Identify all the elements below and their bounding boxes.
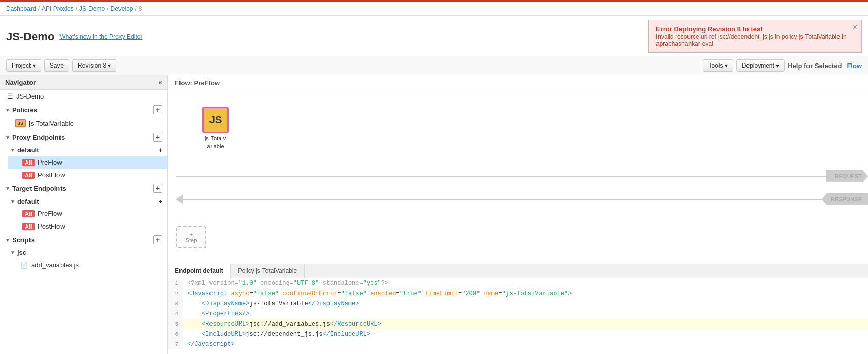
folder-icon: ☰ xyxy=(7,92,13,100)
sidebar-item-jstotalvariable[interactable]: JS js-TotalVariable xyxy=(8,117,167,130)
add-policy-button[interactable]: + xyxy=(153,105,162,114)
request-label: REQUEST xyxy=(826,170,868,182)
code-editor[interactable]: 1 <?xml version="1.0" encoding="UTF-8" s… xyxy=(168,278,868,354)
scripts-triangle: ▼ xyxy=(5,237,10,243)
add-script-button[interactable]: + xyxy=(153,235,162,244)
tools-button[interactable]: Tools xyxy=(703,59,733,72)
deployment-button[interactable]: Deployment xyxy=(736,59,785,72)
project-button[interactable]: Project xyxy=(6,59,41,72)
editor-tabs: Endpoint default Policy js-TotalVariable xyxy=(168,264,868,278)
target-default-header[interactable]: ▼ default + xyxy=(8,196,167,207)
whats-new-link[interactable]: What's new in the Proxy Editor xyxy=(59,33,142,40)
app-title: JS-Demo xyxy=(6,30,54,43)
proxy-postflow-label: PostFlow xyxy=(38,171,65,179)
proxy-default-triangle: ▼ xyxy=(10,147,15,153)
right-panel: Flow: PreFlow JS js-TotalV ariable REQUE… xyxy=(168,75,868,354)
app-header: JS-Demo What's new in the Proxy Editor ×… xyxy=(0,16,868,56)
close-error-button[interactable]: × xyxy=(853,23,857,31)
target-endpoints-label: Target Endpoints xyxy=(12,185,66,192)
target-endpoints-section[interactable]: ▼ Target Endpoints + xyxy=(0,181,167,196)
proxy-endpoints-triangle: ▼ xyxy=(5,135,10,140)
sidebar-header: Navigator « xyxy=(0,75,167,90)
flow-title: Flow: PreFlow xyxy=(168,75,868,91)
request-row: REQUEST xyxy=(168,170,868,182)
editor-section: Endpoint default Policy js-TotalVariable… xyxy=(168,264,868,354)
collapse-button[interactable]: « xyxy=(158,78,162,86)
code-line-2: 2 <Javascript async="false" continueOnEr… xyxy=(168,288,868,299)
badge-all-target-postflow: All xyxy=(22,223,35,230)
add-target-endpoint-button[interactable]: + xyxy=(153,184,162,193)
error-notification: × Error Deploying Revision 8 to test Inv… xyxy=(648,20,862,53)
sidebar-item-jsdemo[interactable]: ☰ JS-Demo xyxy=(0,90,167,103)
proxy-endpoints-list: ▼ default + All PreFlow All PostFlow xyxy=(0,144,167,181)
scripts-section[interactable]: ▼ Scripts + xyxy=(0,233,167,247)
code-line-4: 4 <Properties/> xyxy=(168,309,868,319)
code-line-3: 3 <DisplayName>js-TotalVariable</Display… xyxy=(168,299,868,309)
save-button[interactable]: Save xyxy=(44,59,69,72)
help-label: Help for Selected xyxy=(788,62,842,70)
breadcrumb-develop[interactable]: Develop xyxy=(110,5,133,12)
main-layout: Navigator « ☰ JS-Demo ▼ Policies + JS js… xyxy=(0,75,868,354)
jsc-triangle: ▼ xyxy=(10,250,15,255)
proxy-endpoints-section[interactable]: ▼ Proxy Endpoints + xyxy=(0,130,167,144)
policy-js-totalvariable[interactable]: JS js-TotalV ariable xyxy=(202,107,229,149)
tab-endpoint-default[interactable]: Endpoint default xyxy=(168,264,231,278)
revision-button[interactable]: Revision 8 xyxy=(72,59,116,72)
code-line-6: 6 <IncludeURL>jsc://dependent_js.js</Inc… xyxy=(168,329,868,339)
toolbar: Project Save Revision 8 Tools Deployment… xyxy=(0,56,868,75)
navigator-title: Navigator xyxy=(5,79,36,86)
policies-section[interactable]: ▼ Policies + xyxy=(0,103,167,117)
flow-link[interactable]: Flow xyxy=(847,62,862,70)
proxy-endpoints-label: Proxy Endpoints xyxy=(12,134,65,141)
scripts-label: Scripts xyxy=(12,236,35,244)
response-label: RESPONSE xyxy=(822,193,868,205)
breadcrumb-revision: 8 xyxy=(139,5,142,12)
breadcrumb-js-demo[interactable]: JS-Demo xyxy=(79,5,105,12)
policies-list: JS js-TotalVariable xyxy=(0,117,167,130)
sidebar-item-target-postflow[interactable]: All PostFlow xyxy=(8,220,167,233)
proxy-preflow-label: PreFlow xyxy=(38,158,62,166)
target-postflow-label: PostFlow xyxy=(38,222,65,230)
jsdemo-label: JS-Demo xyxy=(16,92,44,100)
breadcrumb-dashboard[interactable]: Dashboard xyxy=(6,5,36,12)
sidebar-item-proxy-preflow[interactable]: All PreFlow xyxy=(8,156,167,169)
sidebar-item-target-preflow[interactable]: All PreFlow xyxy=(8,207,167,220)
breadcrumb-api-proxies[interactable]: API Proxies xyxy=(42,5,74,12)
add-default-proxy-button[interactable]: + xyxy=(158,146,162,154)
policies-label: Policies xyxy=(12,106,37,114)
response-row: RESPONSE xyxy=(168,193,868,205)
response-arrow xyxy=(176,194,183,204)
proxy-default-header[interactable]: ▼ default + xyxy=(8,144,167,156)
badge-all-target-preflow: All xyxy=(22,210,35,217)
file-icon: 📄 xyxy=(20,262,28,269)
sidebar-item-script-file[interactable]: 📄 add_variables.js xyxy=(8,259,167,271)
badge-all-proxy-postflow: All xyxy=(22,172,35,179)
add-default-target-button[interactable]: + xyxy=(158,198,162,205)
breadcrumb: Dashboard / API Proxies / JS-Demo / Deve… xyxy=(0,2,868,16)
code-line-7: 7 </Javascript> xyxy=(168,339,868,349)
tab-policy-js[interactable]: Policy js-TotalVariable xyxy=(231,264,305,278)
policies-triangle: ▼ xyxy=(5,107,10,113)
proxy-default-label: default xyxy=(17,146,39,154)
response-line xyxy=(183,199,822,200)
js-policy-icon: JS xyxy=(15,119,26,127)
jsc-label: jsc xyxy=(17,249,26,256)
jsc-header[interactable]: ▼ jsc xyxy=(8,247,167,259)
target-default-label: default xyxy=(17,198,39,205)
flow-canvas: JS js-TotalV ariable REQUEST RESPONSE xyxy=(168,91,868,264)
add-proxy-endpoint-button[interactable]: + xyxy=(153,133,162,142)
target-default-triangle: ▼ xyxy=(10,199,15,204)
policy-name-label: js-TotalVariable xyxy=(29,120,74,127)
code-line-1: 1 <?xml version="1.0" encoding="UTF-8" s… xyxy=(168,278,868,288)
sidebar: Navigator « ☰ JS-Demo ▼ Policies + JS js… xyxy=(0,75,168,354)
policy-js-icon: JS xyxy=(202,107,229,133)
error-title: Error Deploying Revision 8 to test xyxy=(656,25,854,33)
step-plus-icon: + xyxy=(190,231,193,237)
step-label: Step xyxy=(186,237,197,243)
target-preflow-label: PreFlow xyxy=(38,210,62,217)
code-line-5: 5 <ResourceURL>jsc://add_variables.js</R… xyxy=(168,319,868,329)
policy-label-1: js-TotalV xyxy=(205,135,226,141)
badge-all-proxy-preflow: All xyxy=(22,159,35,166)
add-step-button[interactable]: + Step xyxy=(176,226,206,248)
sidebar-item-proxy-postflow[interactable]: All PostFlow xyxy=(8,169,167,181)
